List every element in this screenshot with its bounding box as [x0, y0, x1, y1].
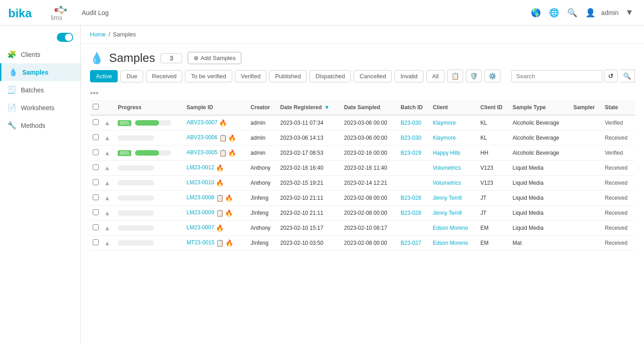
filter-invalid[interactable]: Invalid — [394, 70, 424, 82]
header-date-sampled[interactable]: Date Sampled — [341, 100, 398, 115]
row-checkbox-cell — [90, 206, 101, 221]
up-arrow-icon[interactable]: ▲ — [104, 194, 110, 202]
admin-dropdown-icon[interactable]: ▼ — [622, 5, 637, 20]
sample-id-link[interactable]: LM23-0010 — [187, 179, 215, 186]
header-sample-id[interactable]: Sample ID — [184, 100, 248, 115]
batch-id-link[interactable]: B23-028 — [400, 210, 421, 216]
header-sample-type[interactable]: Sample Type — [510, 100, 571, 115]
filter-published[interactable]: Published — [269, 70, 307, 82]
batch-id-link[interactable]: B23-030 — [400, 120, 421, 126]
filter-dispatched[interactable]: Dispatched — [310, 70, 351, 82]
row-client-id-cell: KL — [478, 131, 510, 146]
row-sample-id-cell: MT23-0015 📋 🔥 — [184, 236, 248, 251]
sample-id-link[interactable]: ABV23-0006 — [187, 134, 218, 141]
sidebar-collapse-toggle[interactable] — [57, 33, 73, 42]
header-sampler[interactable]: Sampler — [570, 100, 602, 115]
header-client[interactable]: Client — [430, 100, 478, 115]
header-client-id[interactable]: Client ID — [478, 100, 510, 115]
sample-id-link[interactable]: MT23-0015 — [187, 239, 215, 246]
row-checkbox[interactable] — [93, 164, 99, 170]
filter-due[interactable]: Due — [120, 70, 143, 82]
search-input[interactable] — [511, 70, 602, 82]
count-input[interactable] — [160, 53, 182, 63]
user-icon[interactable]: 👤 — [583, 5, 598, 20]
row-checkbox[interactable] — [93, 179, 99, 185]
client-link[interactable]: Jenny Terrill — [433, 195, 462, 201]
row-checkbox[interactable] — [93, 224, 99, 230]
filter-cancelled[interactable]: Cancelled — [354, 70, 392, 82]
up-arrow-icon[interactable]: ▲ — [104, 239, 110, 247]
up-arrow-icon[interactable]: ▲ — [104, 224, 110, 232]
filter-all[interactable]: All — [426, 70, 444, 82]
batch-id-link[interactable]: B23-028 — [400, 195, 421, 201]
row-checkbox[interactable] — [93, 149, 99, 155]
header-state[interactable]: State — [602, 100, 635, 115]
up-arrow-icon[interactable]: ▲ — [104, 179, 110, 187]
admin-label[interactable]: admin — [601, 9, 619, 16]
row-sampler-cell — [570, 236, 602, 251]
sample-id-link[interactable]: LM23-0007 — [187, 224, 215, 231]
add-samples-button[interactable]: ⊕ Add Samples — [188, 52, 241, 64]
row-checkbox[interactable] — [93, 134, 99, 140]
logo-svg: bika lims — [7, 4, 71, 22]
header-left: bika lims Audit Log — [7, 4, 109, 22]
more-options[interactable]: ••• — [81, 87, 644, 100]
client-link[interactable]: Volumetrics — [433, 180, 461, 186]
row-sample-id-cell: ABV23-0007 🔥 — [184, 115, 248, 131]
sample-id-link[interactable]: ABV23-0007 — [187, 119, 218, 126]
row-client-cell: Jenny Terrill — [430, 191, 478, 206]
audit-log-link[interactable]: Audit Log — [82, 9, 109, 16]
client-link[interactable]: Jenny Terrill — [433, 210, 462, 216]
header-date-registered[interactable]: Date Registered ▼ — [278, 100, 342, 115]
logo[interactable]: bika lims — [7, 4, 71, 22]
client-link[interactable]: Edson Moreno — [433, 225, 468, 231]
filter-icon-3[interactable]: ⚙️ — [484, 70, 500, 82]
client-link[interactable]: Volumetrics — [433, 165, 461, 171]
row-client-id-cell: EM — [478, 221, 510, 236]
breadcrumb-home[interactable]: Home — [90, 31, 106, 38]
row-client-cell: Klaymore — [430, 115, 478, 131]
select-all-checkbox[interactable] — [93, 104, 99, 110]
up-arrow-icon[interactable]: ▲ — [104, 134, 110, 142]
breadcrumb-separator: / — [109, 31, 110, 38]
header-creator[interactable]: Creator — [248, 100, 277, 115]
search-button[interactable]: 🔍 — [619, 70, 635, 82]
filter-verified[interactable]: Verified — [235, 70, 266, 82]
batch-id-link[interactable]: B23-030 — [400, 135, 421, 141]
filter-icon-2[interactable]: 🛡️ — [466, 70, 482, 82]
up-arrow-icon[interactable]: ▲ — [104, 164, 110, 172]
sidebar-item-clients[interactable]: 🧩 Clients — [0, 46, 80, 63]
batch-id-link[interactable]: B23-029 — [400, 150, 421, 156]
client-link[interactable]: Edson Moreno — [433, 240, 468, 246]
sidebar-item-methods[interactable]: 🔧 Methods — [0, 116, 80, 134]
sidebar-item-worksheets[interactable]: 📄 Worksheets — [0, 99, 80, 116]
up-arrow-icon[interactable]: ▲ — [104, 209, 110, 217]
up-arrow-icon[interactable]: ▲ — [104, 119, 110, 126]
sample-id-link[interactable]: LM23-0009 — [187, 209, 215, 216]
row-checkbox[interactable] — [93, 239, 99, 245]
header-batch-id[interactable]: Batch ID — [398, 100, 430, 115]
client-link[interactable]: Klaymore — [433, 135, 456, 141]
filter-icon-1[interactable]: 📋 — [447, 70, 463, 82]
client-link[interactable]: Klaymore — [433, 120, 456, 126]
filter-active[interactable]: Active — [90, 70, 118, 82]
sidebar-item-batches[interactable]: 🧾 Batches — [0, 81, 80, 99]
flag-icon[interactable]: 🌎 — [529, 5, 543, 20]
sample-id-link[interactable]: ABV23-0005 — [187, 149, 218, 156]
reset-search-button[interactable]: ↺ — [604, 70, 618, 82]
row-checkbox[interactable] — [93, 209, 99, 215]
sample-id-link[interactable]: LM23-0008 — [187, 194, 215, 201]
row-checkbox[interactable] — [93, 119, 99, 125]
sample-clipboard-icon: 📋 — [216, 209, 224, 217]
filter-to-be-verified[interactable]: To be verified — [185, 70, 232, 82]
main-content: Home / Samples 💧 Samples ⊕ Add Samples A… — [81, 25, 644, 344]
up-arrow-icon[interactable]: ▲ — [104, 149, 110, 157]
sample-id-link[interactable]: LM23-0012 — [187, 164, 215, 171]
sidebar-item-samples[interactable]: 💧 Samples — [0, 63, 80, 81]
globe-icon[interactable]: 🌐 — [547, 5, 561, 20]
search-header-icon[interactable]: 🔍 — [565, 5, 579, 20]
row-checkbox[interactable] — [93, 194, 99, 200]
batch-id-link[interactable]: B23-027 — [400, 240, 421, 246]
filter-received[interactable]: Received — [146, 70, 182, 82]
client-link[interactable]: Happy Hills — [433, 150, 460, 156]
